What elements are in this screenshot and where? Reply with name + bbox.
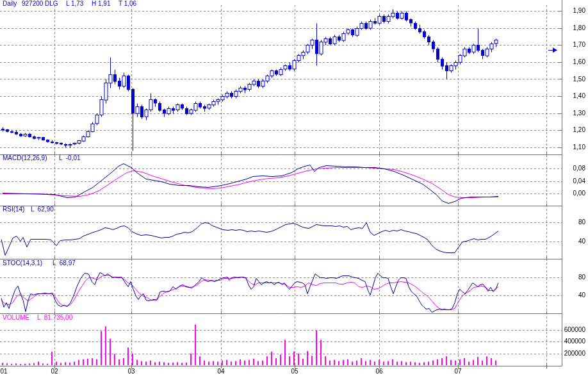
rsi-panel-value: L 62,90 bbox=[31, 206, 54, 213]
chart-window: Daily 927200 DLG L 1,73 H 1,91 T 1,06 MA… bbox=[0, 0, 588, 378]
price-axis-tick-label: 1,30 bbox=[557, 110, 585, 117]
rsi-axis-tick-label: 80 bbox=[557, 219, 585, 226]
month-label: 05 bbox=[289, 368, 300, 375]
symbol-code: 927200 bbox=[22, 1, 43, 7]
stoc-panel-title: STOC(14,3,1) bbox=[3, 260, 42, 267]
stoc-panel-value: L 68,97 bbox=[53, 260, 76, 267]
volume-panel-title: VOLUME bbox=[3, 315, 29, 321]
price-chart-canvas[interactable] bbox=[0, 0, 588, 378]
macd-axis-tick-label: 0,00 bbox=[557, 190, 585, 197]
month-label: 07 bbox=[452, 368, 464, 375]
volume-axis-tick-label: 600000 bbox=[557, 327, 585, 333]
macd-panel-title: MACD(12,26,9) bbox=[3, 155, 47, 161]
last-price-label: L 1,73 bbox=[66, 1, 83, 7]
rsi-axis-tick-label: 40 bbox=[557, 238, 585, 245]
rsi-panel-title: RSI(14) bbox=[3, 206, 24, 213]
price-axis-tick-label: 1,90 bbox=[557, 8, 585, 14]
price-axis-tick-label: 1,50 bbox=[557, 76, 585, 83]
month-label: 01 bbox=[0, 368, 10, 375]
price-axis-tick-label: 1,10 bbox=[557, 144, 585, 151]
period-label: Daily bbox=[3, 1, 17, 7]
price-axis-tick-label: 1,70 bbox=[557, 42, 585, 48]
month-label: 04 bbox=[215, 368, 227, 375]
macd-axis-tick-label: 0,04 bbox=[557, 178, 585, 185]
month-label: 06 bbox=[373, 368, 385, 375]
volume-axis-tick-label: 200000 bbox=[557, 350, 585, 357]
price-axis-tick-label: 1,60 bbox=[557, 59, 585, 65]
price-axis-tick-label: 1,80 bbox=[557, 25, 585, 31]
stoc-axis-tick-label: 80 bbox=[557, 274, 585, 281]
macd-panel-value: L -0,01 bbox=[59, 155, 81, 161]
t-price-label: T 1,06 bbox=[118, 1, 136, 7]
high-price-label: H 1,91 bbox=[92, 1, 110, 7]
macd-axis-tick-label: 0,08 bbox=[557, 165, 585, 172]
volume-axis-tick-label: 400000 bbox=[557, 338, 585, 345]
price-axis-tick-label: 1,20 bbox=[557, 127, 585, 133]
month-label: 02 bbox=[49, 368, 60, 375]
month-label: 03 bbox=[126, 368, 137, 375]
symbol-name: DLG bbox=[45, 1, 58, 7]
volume-panel-value: L 81.735,00 bbox=[37, 315, 72, 321]
stoc-axis-tick-label: 40 bbox=[557, 292, 585, 299]
price-axis-tick-label: 1,40 bbox=[557, 93, 585, 99]
